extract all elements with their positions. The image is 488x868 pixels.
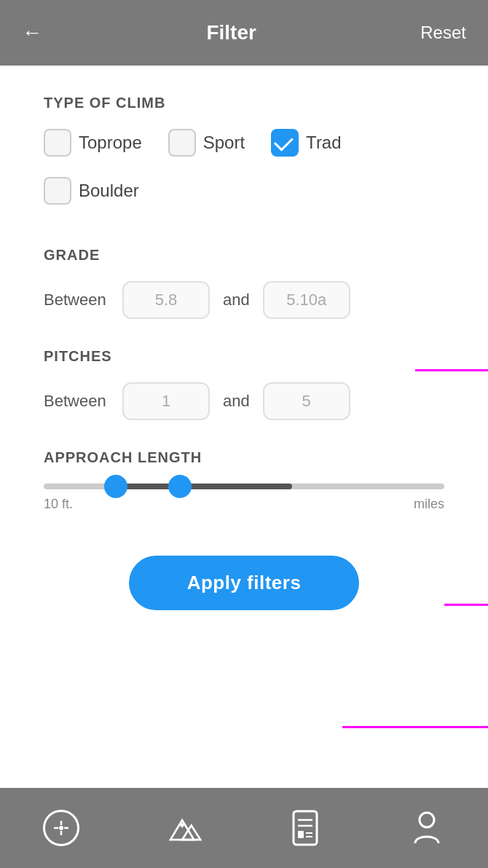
svg-point-4	[59, 826, 63, 830]
boulder-option[interactable]: Boulder	[44, 177, 139, 205]
compass-svg	[51, 818, 71, 838]
toprope-option[interactable]: Toprope	[44, 129, 142, 157]
compass-icon	[42, 809, 80, 847]
type-of-climb-section: TYPE OF CLIMB Toprope Sport Trad Boulder	[44, 95, 444, 218]
pitches-section: PITCHES Between 1 and 5	[44, 348, 444, 420]
toprope-label: Toprope	[79, 133, 142, 153]
pitches-range-row: Between 1 and 5	[44, 382, 444, 420]
apply-filters-button[interactable]: Apply filters	[129, 556, 360, 610]
compass-circle	[43, 810, 79, 846]
slider-min-label: 10 ft.	[44, 497, 73, 512]
climb-type-options-row2: Boulder	[44, 177, 444, 218]
grade-between-label: Between	[44, 291, 109, 309]
svg-rect-7	[294, 811, 317, 845]
pitches-min-input[interactable]: 1	[122, 382, 210, 420]
toprope-checkbox[interactable]	[44, 129, 71, 157]
mountain-heart-icon	[164, 809, 202, 847]
magenta-line-grade	[415, 369, 488, 371]
slider-fill	[116, 484, 292, 489]
boulder-label: Boulder	[79, 181, 139, 201]
reset-button[interactable]: Reset	[420, 23, 466, 43]
trad-checkbox[interactable]	[271, 129, 299, 157]
svg-rect-10	[298, 831, 304, 838]
pitches-and-label: and	[223, 392, 250, 411]
nav-item-explore[interactable]	[42, 809, 80, 847]
grade-section: GRADE Between 5.8 and 5.10a	[44, 247, 444, 319]
sport-checkbox[interactable]	[168, 129, 196, 157]
grade-range-row: Between 5.8 and 5.10a	[44, 281, 444, 319]
grade-min-input[interactable]: 5.8	[122, 281, 210, 319]
filter-content: TYPE OF CLIMB Toprope Sport Trad Boulder	[0, 66, 488, 647]
approach-length-title: APPROACH LENGTH	[44, 449, 444, 466]
nav-item-list[interactable]	[286, 809, 324, 847]
nav-item-favorites[interactable]	[164, 809, 202, 847]
approach-length-section: APPROACH LENGTH 10 ft. miles	[44, 449, 444, 512]
person-icon	[408, 809, 446, 847]
document-svg	[291, 810, 320, 846]
magenta-line-apply	[342, 726, 488, 728]
page-title: Filter	[206, 21, 256, 44]
bottom-nav	[0, 788, 488, 868]
pitches-title: PITCHES	[44, 348, 444, 365]
svg-marker-5	[170, 820, 194, 840]
slider-thumb-right[interactable]	[168, 475, 192, 498]
pitches-between-label: Between	[44, 392, 109, 411]
grade-max-input[interactable]: 5.10a	[263, 281, 350, 319]
apply-button-container: Apply filters	[44, 556, 444, 610]
approach-slider[interactable]: 10 ft. miles	[44, 484, 444, 512]
climb-type-options: Toprope Sport Trad	[44, 129, 444, 170]
header: ← Filter Reset	[0, 0, 488, 66]
back-button[interactable]: ←	[22, 21, 42, 44]
svg-marker-6	[182, 825, 200, 840]
grade-and-label: and	[223, 291, 250, 309]
boulder-checkbox[interactable]	[44, 177, 71, 205]
type-of-climb-title: TYPE OF CLIMB	[44, 95, 444, 111]
slider-track	[44, 484, 444, 489]
trad-label: Trad	[306, 133, 341, 153]
svg-point-13	[420, 813, 434, 827]
magenta-line-slider	[444, 604, 488, 606]
pitches-max-input[interactable]: 5	[263, 382, 350, 420]
slider-max-label: miles	[414, 497, 444, 512]
sport-option[interactable]: Sport	[168, 129, 245, 157]
mountain-heart-svg	[164, 812, 202, 844]
slider-labels: 10 ft. miles	[44, 497, 444, 512]
person-svg	[412, 810, 441, 846]
document-icon	[286, 809, 324, 847]
trad-option[interactable]: Trad	[271, 129, 341, 157]
grade-title: GRADE	[44, 247, 444, 264]
slider-thumb-left[interactable]	[104, 475, 127, 498]
sport-label: Sport	[203, 133, 245, 153]
nav-item-profile[interactable]	[408, 809, 446, 847]
